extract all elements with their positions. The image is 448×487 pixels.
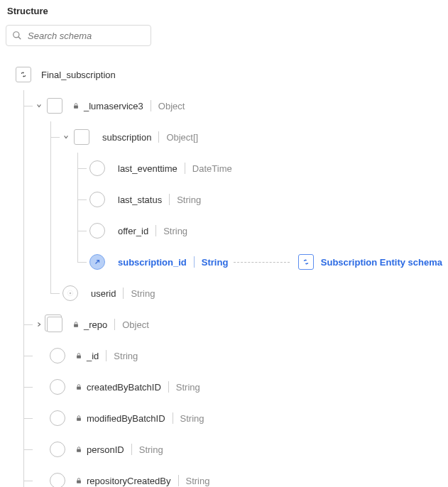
tree-root-row[interactable]: Final_subscription	[6, 59, 442, 90]
svg-rect-2	[74, 106, 78, 109]
object-group-icon	[47, 317, 62, 332]
field-type: String	[131, 288, 155, 299]
field-type: String	[176, 382, 200, 393]
node-name: subscription	[102, 132, 151, 143]
svg-rect-7	[77, 356, 81, 359]
schema-name: Final_subscription	[41, 70, 116, 80]
field-icon	[89, 160, 105, 176]
svg-rect-9	[77, 418, 81, 421]
svg-point-4	[70, 292, 72, 295]
tree-node-lumaservice[interactable]: _lumaservice3 Object	[6, 90, 442, 121]
lock-icon	[75, 414, 82, 422]
search-schema-input[interactable]	[26, 30, 145, 42]
field-icon	[50, 410, 65, 426]
field-icon	[89, 192, 105, 207]
chevron-down-icon[interactable]	[62, 133, 70, 141]
field-type: String	[177, 195, 201, 205]
field-name: subscription_id	[118, 257, 187, 268]
field-icon	[50, 442, 65, 457]
lock-icon	[75, 383, 82, 391]
tree-leaf-last-status[interactable]: last_status String	[6, 184, 442, 215]
field-name: repositoryCreatedBy	[87, 476, 171, 486]
lock-icon	[72, 102, 80, 110]
field-type: DateTime	[192, 163, 232, 174]
field-icon	[50, 379, 65, 395]
svg-point-0	[13, 32, 19, 38]
tree-leaf-person-id[interactable]: personID String	[6, 434, 442, 465]
tree-leaf-subscription-id[interactable]: subscription_id String Subscription Enti…	[6, 246, 442, 278]
field-type: String	[114, 351, 138, 361]
field-icon	[50, 348, 65, 363]
field-name: _id	[87, 351, 99, 361]
svg-rect-8	[77, 387, 81, 390]
field-type: String	[202, 257, 229, 268]
relationship-label: Subscription Entity schema	[321, 257, 442, 268]
search-schema-input-container[interactable]	[6, 25, 151, 46]
relationship-icon	[16, 67, 31, 82]
node-type: Object	[122, 319, 149, 330]
node-type: Object[]	[166, 132, 198, 143]
field-type: String	[186, 476, 210, 486]
section-title: Structure	[7, 6, 442, 16]
tree-leaf-offer-id[interactable]: offer_id String	[6, 215, 442, 246]
schema-tree: Final_subscription _lumaservice3 Object …	[6, 59, 442, 487]
node-type: Object	[158, 101, 185, 111]
field-type: String	[180, 413, 204, 424]
tree-leaf-repository-created-by[interactable]: repositoryCreatedBy String	[6, 465, 442, 487]
svg-line-3	[96, 261, 99, 264]
lock-icon	[75, 351, 82, 360]
field-name: createdByBatchID	[87, 382, 161, 393]
svg-line-1	[18, 37, 21, 40]
identity-field-icon	[62, 285, 78, 301]
svg-rect-10	[77, 449, 81, 452]
tree-leaf-last-eventtime[interactable]: last_eventtime DateTime	[6, 153, 442, 184]
object-node-icon	[47, 98, 62, 114]
field-icon	[89, 223, 105, 239]
tree-leaf-id[interactable]: _id String	[6, 340, 442, 371]
chevron-down-icon[interactable]	[35, 102, 43, 109]
tree-leaf-userid[interactable]: userid String	[6, 278, 442, 309]
field-name: modifiedByBatchID	[87, 413, 165, 424]
relationship-icon	[298, 254, 314, 270]
search-icon	[12, 31, 22, 40]
svg-rect-11	[77, 481, 81, 483]
lock-icon	[72, 320, 80, 329]
node-name: _lumaservice3	[84, 101, 143, 111]
relationship-field-icon	[89, 254, 105, 270]
node-name: _repo	[84, 319, 107, 330]
field-icon	[50, 473, 65, 487]
lock-icon	[75, 445, 82, 454]
field-type: String	[163, 226, 187, 236]
field-name: personID	[87, 444, 124, 455]
object-node-icon	[74, 129, 89, 145]
chevron-right-icon[interactable]	[35, 321, 43, 328]
lock-icon	[75, 476, 82, 485]
field-name: offer_id	[118, 226, 148, 236]
tree-leaf-created-by-batch-id[interactable]: createdByBatchID String	[6, 371, 442, 403]
field-name: last_status	[118, 195, 162, 205]
tree-node-subscription[interactable]: subscription Object[]	[6, 121, 442, 153]
svg-rect-6	[74, 324, 78, 327]
field-name: userid	[91, 288, 116, 299]
tree-node-repo[interactable]: _repo Object	[6, 309, 442, 340]
field-name: last_eventtime	[118, 163, 177, 174]
relationship-target[interactable]: Subscription Entity schema	[298, 254, 442, 270]
field-type: String	[139, 444, 163, 455]
tree-leaf-modified-by-batch-id[interactable]: modifiedByBatchID String	[6, 403, 442, 434]
relationship-connector	[234, 262, 289, 263]
